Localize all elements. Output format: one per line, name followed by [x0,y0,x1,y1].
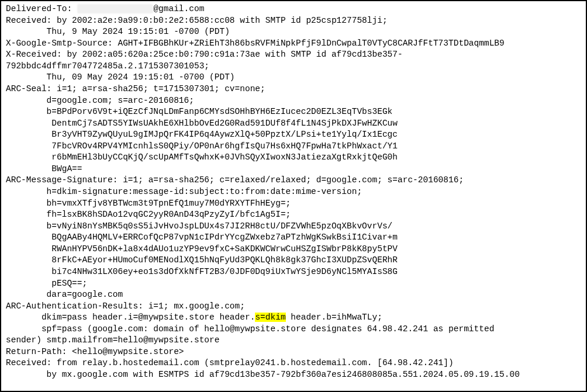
header-line: Delivered-To: xxxxx.xxxxxxxxx@gmail.com [6,4,581,15]
delivered-to-label: Delivered-To: [6,4,77,13]
header-line: pESQ==; [6,278,581,290]
header-line: Received: from relay.b.hostedemail.com (… [6,358,581,369]
header-line: ARC-Authentication-Results: i=1; mx.goog… [6,301,581,313]
header-line: Thu, 09 May 2024 19:15:01 -0700 (PDT) [6,72,581,84]
header-line: by mx.google.com with ESMTPS id af79cd13… [6,369,581,381]
header-line: X-Received: by 2002:a05:620a:25ce:b0:790… [6,49,581,61]
delivered-to-domain: @gmail.com [153,4,204,13]
redacted-local-part: xxxxx.xxxxxxxxx [77,4,154,13]
header-line: 792bbdc4dffmr704772485a.2.1715307301053; [6,61,581,72]
header-line: Received: by 2002:a2e:9a99:0:b0:2e2:6588… [6,15,581,27]
header-line: bi7c4NHw31LX06ey+eo1s3dOfXkNfFT2B3/0JDF0… [6,266,581,278]
dkim-prefix: dkim=pass header.i=@mywpsite.store heade… [6,313,255,322]
header-line: b=vNyiN8nYsMBK5q0sS5iJvHvoJspLDUx4s7JI2R… [6,221,581,233]
dkim-selector-highlight: s=dkim [255,313,285,322]
dkim-suffix: header.b=ihMwaTLy; [286,313,382,322]
email-headers-view: Delivered-To: xxxxx.xxxxxxxxx@gmail.com … [0,0,587,392]
header-line: b=BPdPorv6V9t+iQEzCfJNqLDmFanp6CMYsdSOHh… [6,106,581,118]
header-line: Thu, 9 May 2024 19:15:01 -0700 (PDT) [6,26,581,38]
header-line: dkim=pass header.i=@mywpsite.store heade… [6,312,581,324]
header-line: ARC-Seal: i=1; a=rsa-sha256; t=171530730… [6,84,581,95]
header-line: Br3yVHT9ZywQUyuL9gIMJpQrFK4IP6q4AywzXlQ+… [6,129,581,141]
header-line: Return-Path: <hello@mywpsite.store> [6,346,581,358]
header-line: X-Google-Smtp-Source: AGHT+IFBGBhKUr+ZRi… [6,38,581,50]
header-line: r6bMmEHl3bUyCCqKjQ/scUpAMfTsQwhxK+0JVhSQ… [6,152,581,164]
header-line: DentmCj7sADTS5YIWsUAkhE6XHlbbOvEd2G0Rad5… [6,118,581,130]
header-line: RWAnHYPV56nDK+la8x4dAUo1uzYP9ev9fxC+SaKD… [6,244,581,255]
header-line: spf=pass (google.com: domain of hello@my… [6,324,581,335]
header-line: ARC-Message-Signature: i=1; a=rsa-sha256… [6,175,581,186]
header-line: 8rFkC+AEyor+HUmoCuf0MENodlXQ15hNqFyUd3PQ… [6,255,581,266]
header-line: BWgA== [6,164,581,175]
header-line: h=dkim-signature:message-id:subject:to:f… [6,186,581,198]
header-line: dara=google.com [6,289,581,301]
header-line: fh=lsxBK8hSDAo12vqGC2yyR0AnD43qPzyZyI/bf… [6,209,581,221]
header-line: d=google.com; s=arc-20160816; [6,95,581,107]
header-line: sender) smtp.mailfrom=hello@mywpsite.sto… [6,335,581,346]
header-line: bh=vmxXTfjv8YBTWcm3t9TpnEfQ1muy7M0dYRXYT… [6,198,581,210]
header-line: 7FbcVROv4RPV4YMIcnhlsS0QPiy/OP0nAr6hgfIs… [6,141,581,152]
header-line: BQgAABy4HQMLV+ERRCofQcP87vpN1cIPdrYYcgZW… [6,232,581,244]
